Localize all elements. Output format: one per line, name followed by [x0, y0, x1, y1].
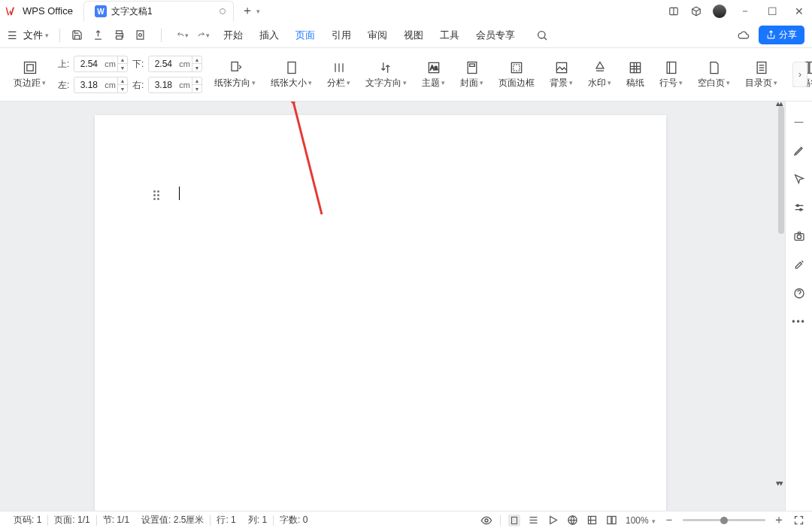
hamburger-icon[interactable]: ☰ [8, 29, 17, 41]
toc-page-button[interactable]: 目录页▾ [738, 54, 785, 95]
document-tab[interactable]: W 文字文稿1 [83, 1, 234, 22]
status-section[interactable]: 节: 1/1 [97, 514, 135, 526]
pencil-icon[interactable] [792, 144, 806, 157]
blank-page-icon [707, 60, 722, 75]
line-number-icon [664, 60, 679, 75]
maximize-button[interactable]: ☐ [764, 5, 780, 17]
margin-top-input[interactable]: cm▲▼ [74, 56, 128, 72]
undo-icon[interactable]: ▾ [177, 29, 189, 41]
svg-rect-20 [556, 62, 566, 72]
orientation-button[interactable]: 纸张方向▾ [207, 54, 263, 95]
unsaved-indicator-icon [220, 8, 226, 14]
doc-type-badge: W [95, 5, 107, 17]
text-direction-button[interactable]: 文字方向▾ [358, 54, 414, 95]
workspace: ▴▴ ▾▾ — ••• [0, 102, 812, 511]
tab-review[interactable]: 审阅 [368, 26, 387, 45]
svg-rect-19 [514, 64, 520, 70]
text-direction-icon [379, 60, 394, 75]
svg-point-5 [138, 34, 141, 37]
paper-size-icon [284, 60, 299, 75]
columns-button[interactable]: 分栏▾ [320, 54, 358, 95]
margin-left-input[interactable]: cm▲▼ [74, 77, 128, 93]
collapse-icon[interactable]: — [792, 115, 806, 129]
help-icon[interactable] [792, 287, 806, 300]
text-cursor [179, 187, 180, 200]
share-button[interactable]: 分享 [759, 26, 804, 44]
status-col[interactable]: 列: 1 [242, 514, 273, 526]
web-view-icon[interactable] [567, 514, 579, 526]
tab-page[interactable]: 页面 [295, 26, 315, 45]
camera-icon[interactable] [792, 229, 806, 243]
margin-right-label: 右: [132, 79, 144, 92]
save-icon[interactable] [71, 29, 83, 41]
theme-button[interactable]: Aa 主题▾ [414, 54, 453, 95]
tab-tools[interactable]: 工具 [440, 26, 459, 45]
zoom-slider[interactable] [683, 519, 765, 521]
margins-button[interactable]: 页边距▾ [6, 54, 53, 95]
reading-view-icon[interactable] [547, 514, 559, 526]
select-icon[interactable] [792, 172, 806, 186]
document-canvas[interactable]: ▴▴ ▾▾ [0, 102, 785, 511]
layout-view-icon[interactable] [606, 514, 618, 526]
print-preview-icon[interactable] [134, 29, 146, 41]
vertical-scrollbar[interactable] [778, 106, 784, 234]
title-bar: WPS Office W 文字文稿1 ＋▾ － ☐ ✕ [0, 0, 812, 23]
tab-reference[interactable]: 引用 [332, 26, 351, 45]
file-menu[interactable]: 文件▾ [23, 29, 49, 42]
status-words[interactable]: 字数: 0 [274, 514, 314, 526]
tab-start[interactable]: 开始 [223, 26, 243, 45]
more-icon[interactable]: ••• [792, 315, 806, 329]
app-logo-icon [5, 5, 18, 18]
svg-rect-8 [26, 64, 32, 70]
status-page-no[interactable]: 页码: 1 [8, 514, 47, 526]
cover-button[interactable]: 封面▾ [453, 54, 491, 95]
status-row[interactable]: 行: 1 [211, 514, 241, 526]
svg-rect-51 [613, 517, 617, 524]
svg-rect-26 [667, 62, 676, 73]
tab-member[interactable]: 会员专享 [476, 26, 515, 45]
avatar-icon[interactable] [713, 5, 726, 18]
tab-view[interactable]: 视图 [404, 26, 423, 45]
tab-insert[interactable]: 插入 [259, 26, 279, 45]
toc-page-icon [754, 60, 769, 75]
new-tab-button[interactable]: ＋▾ [241, 3, 260, 19]
draft-button[interactable]: 稿纸 [619, 54, 652, 95]
line-number-button[interactable]: 行号▾ [652, 54, 690, 95]
watermark-button[interactable]: 水印▾ [580, 54, 619, 95]
tools-icon[interactable] [792, 258, 806, 272]
svg-rect-50 [607, 517, 611, 524]
margin-right-input[interactable]: cm▲▼ [148, 77, 202, 93]
ribbon-overflow-button[interactable]: › [792, 62, 807, 87]
status-set-value[interactable]: 设置值: 2.5厘米 [135, 514, 210, 526]
document-page[interactable] [95, 115, 666, 511]
cube-icon[interactable] [690, 5, 702, 17]
svg-rect-17 [469, 64, 474, 66]
zoom-value[interactable]: 100% ▾ [626, 515, 656, 526]
close-button[interactable]: ✕ [791, 5, 807, 17]
blank-page-button[interactable]: 空白页▾ [690, 54, 738, 95]
margin-bottom-input[interactable]: cm▲▼ [148, 56, 202, 72]
eye-icon[interactable] [480, 514, 492, 526]
fullscreen-icon[interactable] [792, 514, 804, 526]
print-icon[interactable] [113, 29, 125, 41]
minimize-button[interactable]: － [737, 5, 753, 18]
zoom-in-button[interactable]: ＋ [773, 512, 785, 528]
svg-marker-47 [550, 517, 557, 524]
export-icon[interactable] [92, 29, 104, 41]
zoom-out-button[interactable]: － [663, 512, 675, 528]
settings-slider-icon[interactable] [792, 201, 806, 214]
paragraph-handle-icon[interactable] [153, 190, 161, 199]
page-border-button[interactable]: 页面边框 [491, 54, 542, 95]
search-icon[interactable] [536, 29, 548, 41]
background-button[interactable]: 背景▾ [542, 54, 580, 95]
redo-icon[interactable]: ▾ [198, 29, 210, 41]
status-page[interactable]: 页面: 1/1 [48, 514, 95, 526]
panel-icon[interactable] [668, 5, 680, 17]
page-border-icon [509, 60, 524, 75]
orientation-icon [228, 60, 243, 75]
page-view-icon[interactable] [508, 514, 520, 526]
outline-view-icon[interactable] [528, 514, 540, 526]
paper-size-button[interactable]: 纸张大小▾ [263, 54, 320, 95]
cloud-icon[interactable] [738, 29, 750, 41]
fit-view-icon[interactable] [586, 514, 598, 526]
